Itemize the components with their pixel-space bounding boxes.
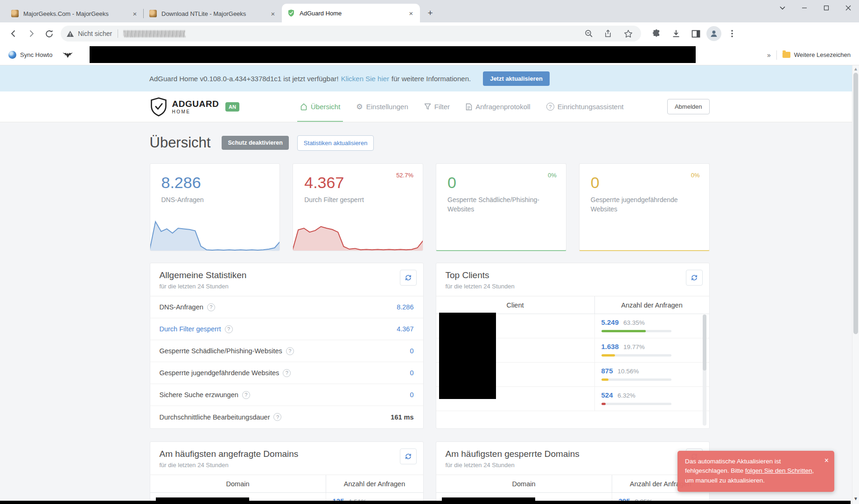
stat-value: 8.286 (397, 303, 413, 311)
nav-uebersicht[interactable]: Übersicht (300, 91, 340, 122)
site-security-chip[interactable]: Nicht sicher (66, 30, 112, 37)
download-icon[interactable] (667, 25, 685, 42)
help-icon[interactable]: ? (283, 369, 291, 377)
extensions-puzzle-icon[interactable] (648, 25, 665, 42)
back-icon[interactable] (5, 25, 22, 42)
scroll-down-arrow-icon[interactable]: ▼ (853, 497, 858, 501)
toast-link[interactable]: folgen Sie den Schritten (745, 467, 812, 474)
kebab-menu-icon[interactable] (723, 25, 741, 42)
card-label: DNS-Anfragen (161, 196, 262, 205)
dashboard-content: Übersicht Schutz deaktivieren Statistike… (0, 122, 859, 504)
nav-einrichtungsassistent[interactable]: ? Einrichtungsassistent (546, 91, 624, 122)
tab-majorgeeks-home[interactable]: MajorGeeks.Com - MajorGeeks × (6, 5, 144, 22)
panel-title: Am häufigsten gesperrte Domains (446, 449, 700, 459)
count-cell: 5.24963.35% (595, 314, 709, 338)
request-count: 524 (601, 391, 613, 399)
address-bar[interactable]: Nicht sicher (61, 26, 641, 42)
redacted-bottom-strip (0, 501, 851, 504)
column-count: Anzahl der Anfragen (326, 475, 423, 492)
adguard-logo[interactable]: ADGUARD HOME (150, 97, 219, 117)
tab-ntlite-download[interactable]: Download NTLite - MajorGeeks × (144, 5, 282, 22)
close-window-button[interactable] (837, 0, 859, 16)
toolbar-extensions-area (648, 25, 741, 42)
nav-label: Filter (434, 103, 450, 111)
tab-close-icon[interactable]: × (407, 9, 415, 17)
tab-title: Download NTLite - MajorGeeks (161, 10, 269, 17)
tab-adguard-home[interactable]: AdGuard Home × (282, 4, 420, 22)
folder-icon (782, 52, 790, 58)
zoom-out-icon[interactable] (581, 26, 596, 41)
file-icon (466, 103, 472, 111)
bookmarks-overflow-chevron[interactable]: » (767, 51, 771, 59)
tab-search-chevron-icon[interactable] (771, 0, 793, 16)
tab-close-icon[interactable]: × (131, 9, 139, 18)
stat-label[interactable]: Durch Filter gesperrt (160, 325, 221, 333)
stat-row-safesearch: Sichere Suche erzwungen ? 0 (150, 384, 423, 406)
disable-protection-button[interactable]: Schutz deaktivieren (222, 136, 288, 150)
side-panel-icon[interactable] (687, 25, 705, 42)
column-count: Anzahl der Anfragen (595, 296, 709, 314)
refresh-button[interactable] (400, 448, 417, 464)
other-bookmarks-folder[interactable]: Weitere Lesezeichen (782, 51, 851, 58)
scrollbar-thumb[interactable] (703, 315, 706, 371)
bookmark-star-icon[interactable] (621, 26, 636, 41)
help-icon[interactable]: ? (242, 391, 250, 399)
request-percent: 10.56% (618, 368, 639, 375)
forward-icon[interactable] (22, 25, 40, 42)
general-statistics-panel: Allgemeine Statistiken für die letzten 2… (150, 263, 424, 429)
help-icon[interactable]: ? (286, 347, 294, 355)
progress-track (601, 403, 671, 405)
table-scrollbar[interactable] (703, 315, 706, 426)
bookmark-bat[interactable] (63, 52, 73, 58)
maximize-button[interactable] (815, 0, 837, 16)
omnibox-divider (118, 29, 118, 38)
request-count: 1.638 (601, 343, 619, 350)
stat-label: DNS-Anfragen (160, 303, 203, 311)
profile-avatar[interactable] (706, 26, 721, 41)
page-scrollbar-thumb[interactable] (853, 73, 858, 334)
nav-filter[interactable]: Filter (424, 91, 450, 122)
scroll-up-arrow-icon[interactable]: ▲ (853, 67, 858, 71)
globe-icon (8, 51, 16, 59)
card-label: Gesperrte jugendgefährdende Websites (591, 196, 691, 214)
security-label: Nicht sicher (78, 30, 112, 37)
column-domain: Domain (150, 475, 326, 492)
help-icon[interactable]: ? (225, 325, 233, 333)
tab-list: MajorGeeks.Com - MajorGeeks × Download N… (0, 0, 420, 22)
minimize-button[interactable] (793, 0, 815, 16)
card-percent: 0% (548, 172, 557, 179)
nav-label: Anfragenprotokoll (475, 103, 531, 111)
stat-value: 4.367 (397, 325, 413, 333)
browser-toolbar: Nicht sicher (0, 22, 859, 45)
brand-sub: HOME (172, 110, 219, 114)
update-banner-link[interactable]: Klicken Sie hier (341, 75, 389, 83)
toast-close-icon[interactable]: × (824, 455, 829, 466)
page-scrollbar[interactable]: ▲ ▼ (852, 65, 859, 504)
adguard-shield-logo-icon (150, 97, 168, 117)
logout-button[interactable]: Abmelden (667, 99, 710, 114)
column-client: Client (436, 296, 595, 314)
card-blocked-malware: 0 0% Gesperrte Schädliche/Phishing-Websi… (436, 163, 566, 251)
question-circle-icon: ? (546, 103, 554, 111)
refresh-button[interactable] (686, 270, 703, 286)
bookmark-sync-howto[interactable]: Sync Howto (8, 51, 52, 59)
redacted-bookmarks (90, 46, 696, 63)
card-dns-queries: 8.286 DNS-Anfragen (150, 163, 280, 251)
update-now-button[interactable]: Jetzt aktualisieren (483, 71, 550, 86)
help-icon[interactable]: ? (207, 303, 215, 311)
majorgeeks-favicon-icon (149, 10, 157, 17)
share-icon[interactable] (601, 26, 616, 41)
new-tab-button[interactable]: + (424, 7, 437, 20)
card-blocked-by-filters: 4.367 52.7% Durch Filter gesperrt (293, 163, 423, 251)
help-icon[interactable]: ? (273, 413, 281, 421)
tab-close-icon[interactable]: × (269, 9, 277, 18)
nav-anfragenprotokoll[interactable]: Anfragenprotokoll (466, 91, 531, 122)
nav-einstellungen[interactable]: ⚙ Einstellungen (356, 91, 408, 122)
stat-label: Durchschnittliche Bearbeitungsdauer (160, 413, 270, 421)
refresh-statistics-button[interactable]: Statistiken aktualisieren (297, 135, 374, 151)
top-queried-domains-panel: Am häufigsten angefragte Domains für die… (150, 441, 424, 504)
stat-label: Gesperrte Schädliche/Phishing-Websites (160, 347, 282, 355)
refresh-button[interactable] (400, 270, 417, 286)
table-header: Domain Anzahl der Anfragen (436, 475, 709, 493)
reload-icon[interactable] (40, 25, 58, 42)
